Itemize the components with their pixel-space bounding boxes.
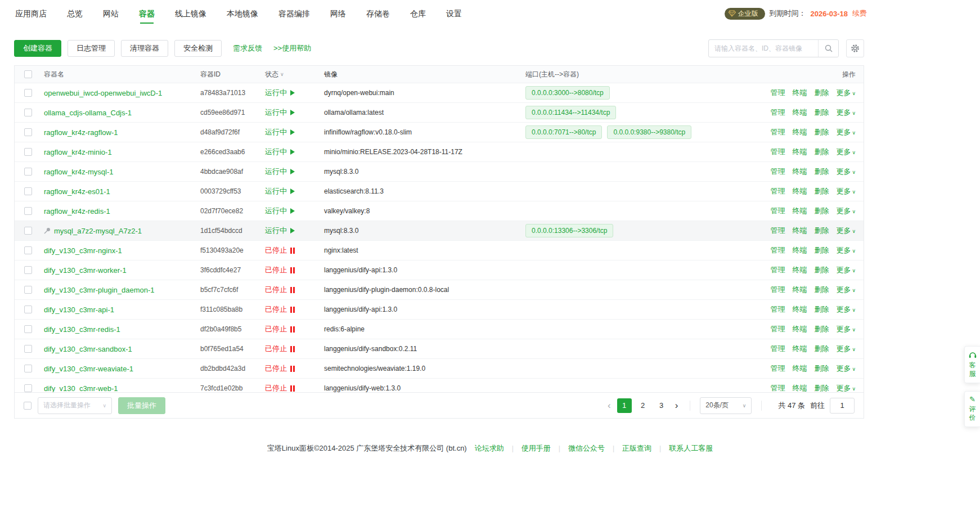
more-dropdown[interactable]: 更多∨ [836, 304, 856, 315]
row-checkbox[interactable] [24, 128, 32, 136]
more-dropdown[interactable]: 更多∨ [836, 245, 856, 255]
footer-link-manual[interactable]: 使用手册 [512, 443, 551, 453]
footer-link-forum[interactable]: 论坛求助 [475, 443, 504, 453]
container-name-link[interactable]: dify_v130_c3mr-nginx-1 [44, 246, 122, 255]
play-icon[interactable] [290, 149, 295, 155]
select-all-checkbox[interactable] [24, 70, 32, 78]
terminal-link[interactable]: 终端 [792, 344, 807, 354]
terminal-link[interactable]: 终端 [792, 88, 807, 98]
customer-service-button[interactable]: 客服 [964, 346, 980, 383]
feedback-rating-button[interactable]: ✎ 评价 [964, 391, 980, 427]
container-name-link[interactable]: openwebui_iwcd-openwebui_iwcD-1 [44, 89, 162, 97]
footer-link-support[interactable]: 联系人工客服 [659, 443, 713, 453]
row-checkbox[interactable] [24, 227, 32, 235]
pause-icon[interactable] [290, 326, 295, 333]
page-button-1[interactable]: 1 [617, 398, 632, 413]
nav-item-compose[interactable]: 容器编排 [277, 1, 311, 26]
manage-link[interactable]: 管理 [770, 226, 785, 236]
more-dropdown[interactable]: 更多∨ [836, 383, 856, 392]
more-dropdown[interactable]: 更多∨ [836, 344, 856, 354]
row-checkbox[interactable] [24, 246, 32, 254]
pause-icon[interactable] [290, 366, 295, 372]
row-checkbox[interactable] [24, 89, 32, 97]
manage-link[interactable]: 管理 [770, 127, 785, 137]
help-link[interactable]: >>使用帮助 [273, 43, 311, 53]
container-name-link[interactable]: dify_v130_c3mr-api-1 [44, 306, 114, 314]
manage-link[interactable]: 管理 [770, 167, 785, 177]
delete-link[interactable]: 删除 [814, 167, 829, 177]
manage-link[interactable]: 管理 [770, 363, 785, 374]
nav-item-settings[interactable]: 设置 [445, 1, 463, 26]
more-dropdown[interactable]: 更多∨ [836, 88, 856, 98]
manage-link[interactable]: 管理 [770, 304, 785, 315]
play-icon[interactable] [290, 208, 295, 214]
header-status[interactable]: 状态∨ [265, 70, 324, 79]
more-dropdown[interactable]: 更多∨ [836, 147, 856, 157]
pause-icon[interactable] [290, 385, 295, 392]
nav-item-overview[interactable]: 总览 [66, 1, 84, 26]
play-icon[interactable] [290, 90, 295, 96]
next-page-button[interactable]: › [673, 401, 681, 410]
terminal-link[interactable]: 终端 [792, 206, 807, 216]
row-checkbox[interactable] [24, 168, 32, 176]
delete-link[interactable]: 删除 [814, 127, 829, 137]
nav-item-volumes[interactable]: 存储卷 [365, 1, 391, 26]
delete-link[interactable]: 删除 [814, 363, 829, 374]
container-name-link[interactable]: mysql_a7z2-mysql_A7z2-1 [54, 227, 142, 235]
terminal-link[interactable]: 终端 [792, 167, 807, 177]
clean-container-button[interactable]: 清理容器 [121, 40, 168, 57]
delete-link[interactable]: 删除 [814, 304, 829, 315]
page-button-2[interactable]: 2 [636, 398, 650, 413]
delete-link[interactable]: 删除 [814, 265, 829, 275]
delete-link[interactable]: 删除 [814, 186, 829, 196]
delete-link[interactable]: 删除 [814, 285, 829, 295]
row-checkbox[interactable] [24, 286, 32, 294]
delete-link[interactable]: 删除 [814, 226, 829, 236]
manage-link[interactable]: 管理 [770, 383, 785, 392]
pause-icon[interactable] [290, 267, 295, 273]
delete-link[interactable]: 删除 [814, 383, 829, 392]
terminal-link[interactable]: 终端 [792, 304, 807, 315]
container-name-link[interactable]: dify_v130_c3mr-weaviate-1 [44, 365, 133, 373]
batch-action-select[interactable]: 请选择批量操作 ∨ [38, 397, 112, 414]
container-name-link[interactable]: ragflow_kr4z-redis-1 [44, 207, 110, 215]
row-checkbox[interactable] [24, 306, 32, 313]
more-dropdown[interactable]: 更多∨ [836, 226, 856, 236]
more-dropdown[interactable]: 更多∨ [836, 107, 856, 118]
more-dropdown[interactable]: 更多∨ [836, 206, 856, 216]
terminal-link[interactable]: 终端 [792, 186, 807, 196]
more-dropdown[interactable]: 更多∨ [836, 186, 856, 196]
play-icon[interactable] [290, 110, 295, 115]
nav-item-app-store[interactable]: 应用商店 [14, 1, 48, 26]
nav-item-network[interactable]: 网络 [329, 1, 347, 26]
manage-link[interactable]: 管理 [770, 88, 785, 98]
container-name-link[interactable]: dify_v130_c3mr-redis-1 [44, 325, 120, 334]
more-dropdown[interactable]: 更多∨ [836, 363, 856, 374]
feedback-link[interactable]: 需求反馈 [233, 43, 262, 53]
pause-icon[interactable] [290, 248, 295, 254]
terminal-link[interactable]: 终端 [792, 245, 807, 255]
row-checkbox[interactable] [24, 187, 32, 195]
container-name-link[interactable]: dify_v130_c3mr-sandbox-1 [44, 345, 132, 353]
manage-link[interactable]: 管理 [770, 245, 785, 255]
container-name-link[interactable]: dify_v130_c3mr-web-1 [44, 384, 118, 393]
play-icon[interactable] [290, 228, 295, 233]
play-icon[interactable] [290, 129, 295, 135]
manage-link[interactable]: 管理 [770, 285, 785, 295]
nav-item-local-images[interactable]: 本地镜像 [226, 1, 259, 26]
manage-link[interactable]: 管理 [770, 324, 785, 334]
row-checkbox[interactable] [24, 148, 32, 156]
delete-link[interactable]: 删除 [814, 107, 829, 118]
terminal-link[interactable]: 终端 [792, 265, 807, 275]
nav-item-registry[interactable]: 仓库 [409, 1, 427, 26]
row-checkbox[interactable] [24, 207, 32, 215]
page-button-3[interactable]: 3 [654, 398, 669, 413]
terminal-link[interactable]: 终端 [792, 107, 807, 118]
pause-icon[interactable] [290, 287, 295, 293]
search-button[interactable] [818, 40, 838, 57]
search-input[interactable] [709, 44, 818, 52]
nav-item-website[interactable]: 网站 [102, 1, 120, 26]
more-dropdown[interactable]: 更多∨ [836, 127, 856, 137]
terminal-link[interactable]: 终端 [792, 383, 807, 392]
page-size-select[interactable]: 20条/页 ∨ [700, 397, 752, 414]
